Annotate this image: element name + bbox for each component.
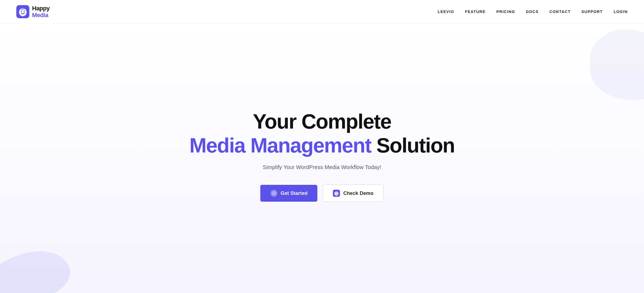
happy-face-icon <box>333 190 340 197</box>
hero-title-line2: Media Management Solution <box>189 134 455 157</box>
hero-title-line1: Your Complete <box>253 110 391 133</box>
logo-text: Happy Media <box>32 5 50 19</box>
check-demo-button[interactable]: Check Demo <box>323 185 383 202</box>
decorative-blob-right <box>590 29 644 100</box>
logo[interactable]: Happy Media <box>16 5 50 19</box>
nav-item-docs[interactable]: DOCS <box>526 10 539 14</box>
svg-point-2 <box>21 11 22 12</box>
arrow-circle-icon <box>270 190 277 197</box>
svg-point-10 <box>335 191 338 192</box>
logo-media: Media <box>32 12 50 18</box>
hero-subtitle: Simplify Your WordPress Media Workflow T… <box>263 164 381 170</box>
nav-item-pricing[interactable]: PRICING <box>496 10 515 14</box>
logo-icon <box>16 5 29 18</box>
svg-point-3 <box>24 11 25 12</box>
get-started-button[interactable]: Get Started <box>260 185 317 202</box>
header: Happy Media LEEVIO FEATURE PRICING DOCS … <box>0 0 644 24</box>
nav-item-support[interactable]: SUPPORT <box>582 10 603 14</box>
get-started-label: Get Started <box>281 191 308 196</box>
decorative-blob-left <box>0 246 74 293</box>
nav-item-contact[interactable]: CONTACT <box>549 10 571 14</box>
check-demo-label: Check Demo <box>343 191 373 196</box>
svg-point-8 <box>336 193 336 193</box>
nav-item-leevio[interactable]: LEEVIO <box>438 10 454 14</box>
hero-title-highlight: Media Management <box>189 134 371 157</box>
svg-point-9 <box>337 193 337 193</box>
main-nav: LEEVIO FEATURE PRICING DOCS CONTACT SUPP… <box>438 10 628 14</box>
cta-group: Get Started Check Demo <box>260 185 383 202</box>
logo-happy: Happy <box>32 5 50 12</box>
svg-point-4 <box>21 8 25 10</box>
hero-section: Your Complete Media Management Solution … <box>0 24 644 293</box>
nav-item-login[interactable]: LOGIN <box>614 10 628 14</box>
hero-title-dark: Solution <box>371 134 455 157</box>
nav-item-feature[interactable]: FEATURE <box>465 10 486 14</box>
